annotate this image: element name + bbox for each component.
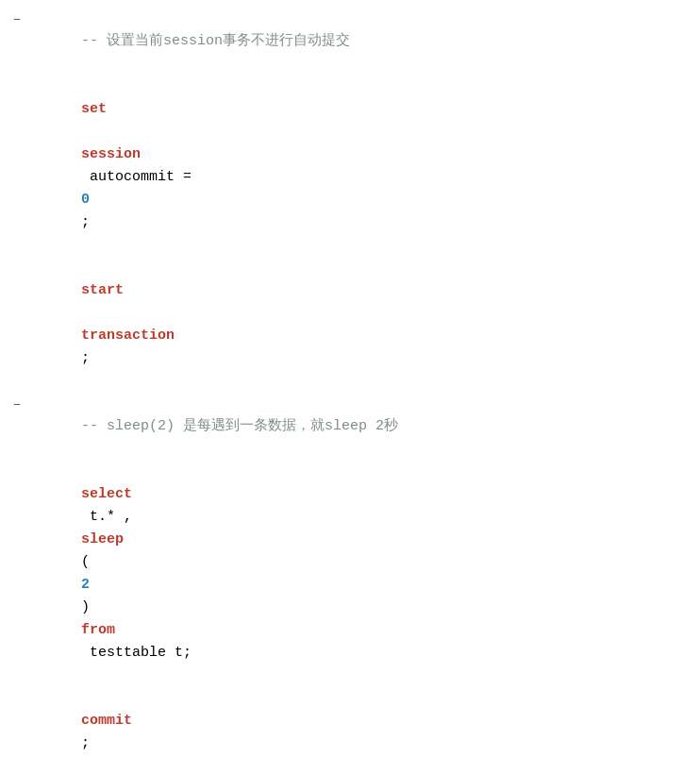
text-paren-close: ) [81, 599, 98, 615]
num-0: 0 [81, 192, 90, 208]
text-space-1 [81, 124, 90, 140]
kw-set: set [81, 101, 107, 117]
kw-start: start [81, 282, 124, 298]
code-line-3: start transaction ; [0, 257, 700, 393]
comment-1: -- 设置当前session事务不进行自动提交 [81, 33, 350, 49]
code-content-3: start transaction ; [26, 257, 692, 393]
text-semi-1: ; [81, 214, 90, 230]
gutter-1: – [8, 8, 26, 30]
code-content-4: -- sleep(2) 是每遇到一条数据，就sleep 2秒 [26, 393, 692, 461]
gutter-4: – [8, 393, 26, 415]
num-2: 2 [81, 577, 90, 593]
text-paren-open: ( [81, 554, 90, 570]
kw-commit: commit [81, 713, 132, 729]
text-testtable: testtable t; [81, 645, 192, 661]
text-autocommit: autocommit = [81, 169, 200, 185]
fn-sleep: sleep [81, 531, 124, 547]
code-editor[interactable]: – -- 设置当前session事务不进行自动提交 set session au… [0, 0, 700, 774]
code-line-1: – -- 设置当前session事务不进行自动提交 [0, 8, 700, 76]
code-content-5: select t.* , sleep ( 2 ) from testtable … [26, 461, 692, 687]
code-content-2: set session autocommit = 0 ; [26, 76, 692, 257]
code-line-6: commit ; [0, 687, 700, 774]
kw-from: from [81, 622, 115, 638]
code-line-5: select t.* , sleep ( 2 ) from testtable … [0, 461, 700, 687]
text-semi-2: ; [81, 350, 90, 366]
text-tstar: t.* , [81, 509, 132, 525]
code-content-6: commit ; [26, 687, 692, 774]
kw-transaction: transaction [81, 328, 175, 344]
kw-session: session [81, 146, 141, 162]
text-space-2 [81, 305, 90, 321]
text-semi-3: ; [81, 735, 90, 751]
comment-2: -- sleep(2) 是每遇到一条数据，就sleep 2秒 [81, 418, 398, 434]
code-line-2: set session autocommit = 0 ; [0, 76, 700, 257]
kw-select: select [81, 486, 132, 502]
code-line-4: – -- sleep(2) 是每遇到一条数据，就sleep 2秒 [0, 393, 700, 461]
code-content-1: -- 设置当前session事务不进行自动提交 [26, 8, 692, 76]
